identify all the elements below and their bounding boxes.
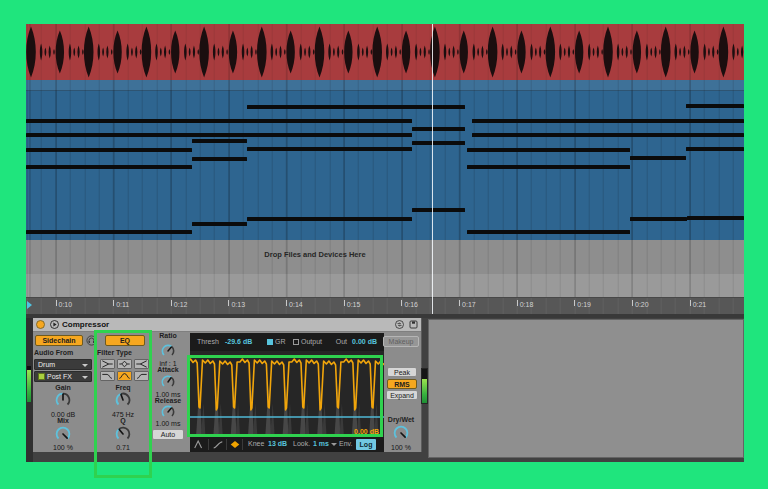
gain-knob[interactable]	[54, 391, 72, 409]
mix-value: 100 %	[43, 444, 83, 451]
gain-reduction-graph[interactable]: 0.00 dB	[190, 351, 384, 437]
midi-note	[467, 148, 630, 152]
makeup-button[interactable]: Makeup	[383, 336, 419, 347]
audio-clip-waveform[interactable]	[26, 24, 744, 80]
drywet-value: 100 %	[381, 444, 421, 451]
filter-lowpass-button[interactable]	[100, 371, 115, 381]
mix-knob[interactable]	[54, 425, 72, 443]
ruler-tick	[401, 300, 402, 306]
ruler-tick	[574, 300, 575, 306]
sidechain-toggle[interactable]: Sidechain	[35, 335, 83, 346]
lookahead-dropdown-icon[interactable]	[331, 443, 337, 446]
audio-from-label: Audio From	[34, 349, 84, 356]
ruler-label: 0:20	[635, 301, 649, 308]
hot-swap-icon[interactable]	[395, 320, 404, 329]
ruler-label: 0:14	[289, 301, 303, 308]
chevron-down-icon	[82, 376, 88, 379]
midi-note	[467, 165, 630, 169]
thresh-value[interactable]: -29.6 dB	[225, 338, 252, 345]
midi-note	[26, 165, 192, 169]
device-title-bar[interactable]: Compressor	[33, 318, 421, 332]
q-value: 0.71	[103, 444, 143, 451]
midi-clip[interactable]	[26, 80, 744, 240]
midi-note	[247, 147, 412, 151]
lookahead-value[interactable]: 1 ms	[313, 440, 329, 447]
drywet-label: Dry/Wet	[381, 416, 421, 423]
freq-knob[interactable]	[114, 391, 132, 409]
time-ruler[interactable]: 0:100:110:120:130:140:150:160:170:180:19…	[26, 297, 744, 315]
rms-mode-button[interactable]: RMS	[387, 379, 417, 389]
ruler-label: 0:16	[404, 301, 418, 308]
gr-checkbox-icon	[267, 339, 273, 345]
midi-note	[247, 217, 412, 221]
audio-from-value: Drum	[38, 361, 55, 368]
device-output-meter	[421, 368, 428, 404]
sidechain-listen-icon[interactable]	[86, 335, 97, 346]
attack-knob[interactable]	[160, 374, 176, 390]
screenshot-root: Drop Files and Devices Here 0:100:110:12…	[0, 0, 768, 489]
midi-note	[26, 230, 192, 234]
auto-release-button[interactable]: Auto	[152, 429, 184, 440]
device-chain-meter	[26, 318, 33, 462]
ruler-label: 0:11	[116, 301, 129, 308]
midi-note	[472, 119, 744, 123]
playhead	[432, 24, 433, 314]
ruler-label: 0:19	[577, 301, 591, 308]
knee-label: Knee	[248, 440, 264, 447]
expand-mode-button[interactable]: Expand	[386, 390, 418, 400]
routing-point-select[interactable]: Post FX	[34, 371, 92, 382]
audio-from-select[interactable]: Drum	[34, 359, 92, 370]
release-value: 1.00 ms	[148, 420, 188, 427]
device-drop-area[interactable]	[428, 319, 744, 458]
display-footer: Knee 13 dB Look. 1 ms Env. Log	[190, 437, 384, 452]
device-on-toggle[interactable]	[36, 320, 45, 329]
midi-note	[192, 222, 247, 226]
release-label: Release	[148, 397, 188, 404]
env-log-button[interactable]: Log	[356, 439, 376, 450]
knee-value[interactable]: 13 dB	[268, 440, 287, 447]
out-value[interactable]: 0.00 dB	[352, 338, 377, 345]
device-play-icon[interactable]	[50, 320, 59, 329]
attack-label: Attack	[148, 366, 188, 373]
transfer-curve-icon[interactable]	[193, 439, 205, 450]
track-drop-area[interactable]: Drop Files and Devices Here	[26, 240, 744, 275]
filter-highshelf-button[interactable]	[134, 359, 149, 369]
live-window: Drop Files and Devices Here 0:100:110:12…	[26, 24, 744, 462]
eq-toggle[interactable]: EQ	[105, 335, 145, 346]
ruler-tick	[517, 300, 518, 306]
filter-bandpass-button[interactable]	[117, 371, 132, 381]
midi-note	[412, 208, 465, 212]
midi-note	[412, 127, 465, 131]
compressor-device: Compressor Sidechain EQ Audio From Drum …	[33, 318, 422, 452]
output-checkbox-icon	[293, 339, 299, 345]
activity-view-icon[interactable]	[229, 439, 241, 450]
knee-curve-icon[interactable]	[212, 439, 224, 450]
gr-checkbox[interactable]: GR	[267, 338, 286, 345]
chevron-down-icon	[82, 364, 88, 367]
ruler-tick	[228, 300, 229, 306]
q-label: Q	[103, 417, 143, 424]
q-knob[interactable]	[114, 425, 132, 443]
midi-note	[686, 147, 744, 151]
output-checkbox[interactable]: Output	[293, 338, 322, 345]
ruler-tick	[690, 300, 691, 306]
filter-lowshelf-button[interactable]	[100, 359, 115, 369]
ratio-knob[interactable]	[160, 343, 176, 359]
midi-note	[467, 230, 630, 234]
ruler-tick	[632, 300, 633, 306]
filter-highpass-button[interactable]	[134, 371, 149, 381]
ruler-label: 0:12	[174, 301, 188, 308]
save-preset-icon[interactable]	[409, 320, 418, 329]
peak-mode-button[interactable]: Peak	[387, 367, 417, 377]
release-knob[interactable]	[160, 404, 176, 420]
filter-bell-button[interactable]	[117, 359, 132, 369]
lookahead-label: Look.	[293, 440, 310, 447]
track-drop-area-2[interactable]	[26, 274, 744, 297]
track-color-chip	[38, 373, 45, 380]
midi-note	[630, 217, 687, 221]
graph-graphic	[190, 351, 384, 437]
ruler-tick	[286, 300, 287, 306]
midi-note	[687, 216, 744, 220]
drywet-knob[interactable]	[392, 424, 410, 442]
midi-note	[192, 139, 247, 143]
